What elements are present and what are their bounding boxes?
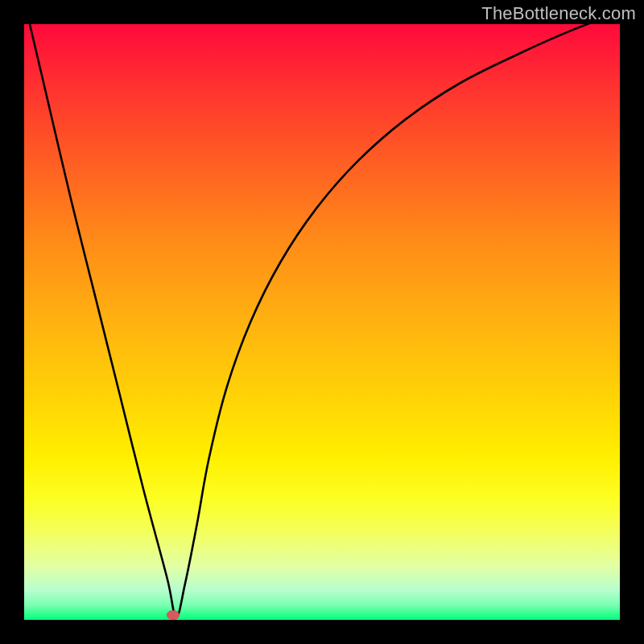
curve-layer: [24, 24, 620, 620]
plot-area: [24, 24, 620, 620]
watermark-text: TheBottleneck.com: [481, 3, 636, 24]
bottleneck-curve: [24, 24, 620, 617]
highlight-dot: [167, 610, 180, 620]
chart-frame: TheBottleneck.com: [0, 0, 644, 644]
